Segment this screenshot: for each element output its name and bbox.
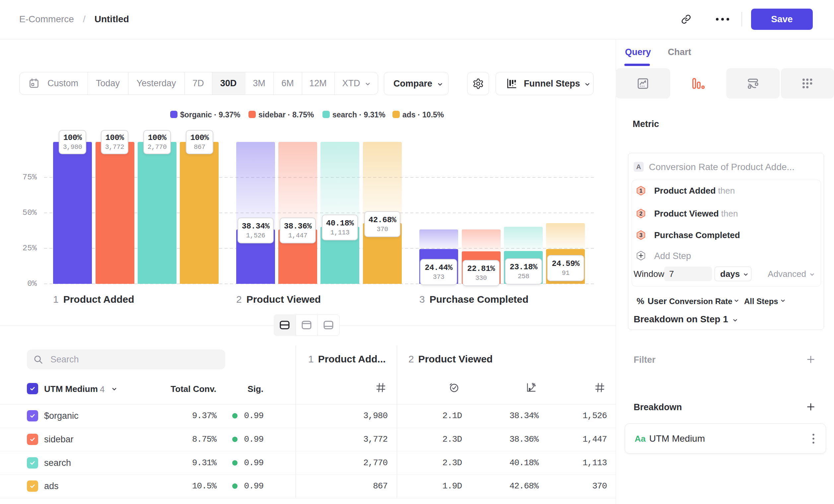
svg-text:1: 1 [639,188,642,194]
svg-text:2: 2 [639,210,642,217]
svg-text:3: 3 [639,232,642,238]
